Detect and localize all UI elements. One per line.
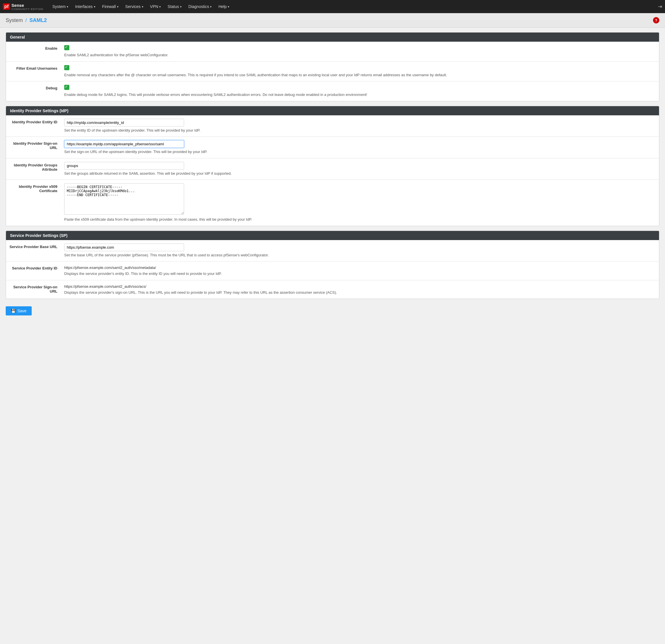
logo-pf-icon: pf [3,3,10,10]
sp-signon-url-content: https://pfsense.example.com/saml2_auth/s… [63,284,659,296]
idp-entity-id-label: Identity Provider Entity ID [6,119,63,133]
idp-cert-label: Identity Provider x509 Certificate [6,183,63,222]
idp-section: Identity Provider Settings (IdP) Identit… [6,106,659,226]
filter-email-label: Filter Email Usernames [6,65,63,78]
enable-label: Enable [6,45,63,58]
debug-label: Debug [6,85,63,98]
nav-vpn[interactable]: VPN ▾ [147,0,165,13]
save-button[interactable]: 💾 Save [6,306,32,316]
enable-checkbox[interactable] [64,45,69,50]
breadcrumb-current: SAML2 [30,17,47,23]
logo-sense: Sense [12,3,24,8]
brand: pf Sense COMMUNITY EDITION [3,3,43,11]
breadcrumb-bar: System / SAML2 ? [0,13,665,28]
sp-entity-id-desc: Displays the service provider's entity I… [64,271,659,277]
sp-base-url-input[interactable] [64,244,184,251]
nav-diagnostics[interactable]: Diagnostics ▾ [185,0,215,13]
general-header: General [6,33,659,42]
interfaces-caret: ▾ [94,5,95,8]
logout-icon[interactable]: ⇥ [658,4,662,10]
idp-signon-url-input[interactable] [64,140,184,148]
nav-status[interactable]: Status ▾ [164,0,185,13]
system-caret: ▾ [67,5,68,8]
general-section: General Enable Enable SAML2 authenticati… [6,32,659,101]
sp-signon-url-row: Service Provider Sign-on URL https://pfs… [6,280,659,299]
vpn-caret: ▾ [159,5,161,8]
sp-base-url-row: Service Provider Base URL Set the base U… [6,240,659,262]
sp-entity-id-label: Service Provider Entity ID [6,265,63,277]
nav-right: ⇥ [658,3,662,10]
diagnostics-caret: ▾ [210,5,211,8]
debug-description: Enable debug mode for SAML2 logins. This… [64,92,659,98]
sp-base-url-desc: Set the base URL of the service provider… [64,252,659,258]
nav-system[interactable]: System ▾ [49,0,72,13]
idp-entity-id-content: Set the entity ID of the upstream identi… [63,119,659,133]
sp-signon-url-value: https://pfsense.example.com/saml2_auth/s… [64,284,659,289]
filter-email-row: Filter Email Usernames Enable removal an… [6,62,659,82]
idp-groups-attr-input[interactable] [64,162,184,170]
sp-header: Service Provider Settings (SP) [6,231,659,240]
nav-interfaces[interactable]: Interfaces ▾ [72,0,98,13]
idp-signon-url-desc: Set the sign-on URL of the upstream iden… [64,149,659,155]
services-caret: ▾ [142,5,143,8]
enable-description: Enable SAML2 authentication for the pfSe… [64,52,659,58]
breadcrumb-separator: / [25,17,27,23]
idp-entity-id-row: Identity Provider Entity ID Set the enti… [6,115,659,137]
idp-cert-row: Identity Provider x509 Certificate -----… [6,180,659,226]
filter-email-checkbox[interactable] [64,65,69,70]
sp-entity-id-row: Service Provider Entity ID https://pfsen… [6,262,659,280]
sp-signon-url-label: Service Provider Sign-on URL [6,284,63,296]
nav-firewall[interactable]: Firewall ▾ [99,0,122,13]
logo-text-wrapper: Sense COMMUNITY EDITION [12,3,43,11]
help-circle-icon[interactable]: ? [653,17,659,23]
sp-signon-url-desc: Displays the service provider's sign-on … [64,290,659,296]
filter-email-description: Enable removal any characters after the … [64,72,659,78]
navbar: pf Sense COMMUNITY EDITION System ▾ Inte… [0,0,665,13]
idp-groups-attr-row: Identity Provider Groups Attribute Set t… [6,158,659,180]
sp-section: Service Provider Settings (SP) Service P… [6,231,659,299]
idp-cert-desc: Paste the x509 certificate data from the… [64,217,659,222]
debug-content: Enable debug mode for SAML2 logins. This… [63,85,659,98]
nav-items: System ▾ Interfaces ▾ Firewall ▾ Service… [49,0,658,13]
save-disk-icon: 💾 [11,308,16,313]
logo-edition: COMMUNITY EDITION [12,8,43,11]
idp-cert-textarea[interactable]: -----BEGIN CERTIFICATE----- MIIDrjCCApag… [64,183,184,215]
idp-groups-attr-content: Set the groups attribute returned in the… [63,162,659,176]
idp-entity-id-desc: Set the entity ID of the upstream identi… [64,128,659,133]
help-caret: ▾ [228,5,229,8]
nav-help[interactable]: Help ▾ [215,0,233,13]
enable-content: Enable SAML2 authentication for the pfSe… [63,45,659,58]
idp-groups-attr-label: Identity Provider Groups Attribute [6,162,63,176]
sp-entity-id-value: https://pfsense.example.com/saml2_auth/s… [64,265,659,270]
sp-base-url-content: Set the base URL of the service provider… [63,244,659,258]
idp-signon-url-label: Identity Provider Sign-on URL [6,140,63,155]
idp-groups-attr-desc: Set the groups attribute returned in the… [64,171,659,176]
debug-checkbox[interactable] [64,85,69,90]
breadcrumb-parent: System [6,17,23,23]
save-label: Save [17,308,26,313]
idp-entity-id-input[interactable] [64,119,184,127]
sp-entity-id-content: https://pfsense.example.com/saml2_auth/s… [63,265,659,277]
page-content: General Enable Enable SAML2 authenticati… [0,28,665,322]
idp-signon-url-row: Identity Provider Sign-on URL Set the si… [6,137,659,158]
enable-row: Enable Enable SAML2 authentication for t… [6,42,659,62]
nav-services[interactable]: Services ▾ [122,0,147,13]
filter-email-content: Enable removal any characters after the … [63,65,659,78]
sp-base-url-label: Service Provider Base URL [6,244,63,258]
firewall-caret: ▾ [117,5,118,8]
pfsense-logo: pf Sense COMMUNITY EDITION [3,3,43,11]
idp-header: Identity Provider Settings (IdP) [6,106,659,115]
idp-signon-url-content: Set the sign-on URL of the upstream iden… [63,140,659,155]
breadcrumb: System / SAML2 [6,17,47,23]
button-row: 💾 Save [6,303,659,317]
idp-cert-content: -----BEGIN CERTIFICATE----- MIIDrjCCApag… [63,183,659,222]
status-caret: ▾ [180,5,182,8]
debug-row: Debug Enable debug mode for SAML2 logins… [6,81,659,101]
